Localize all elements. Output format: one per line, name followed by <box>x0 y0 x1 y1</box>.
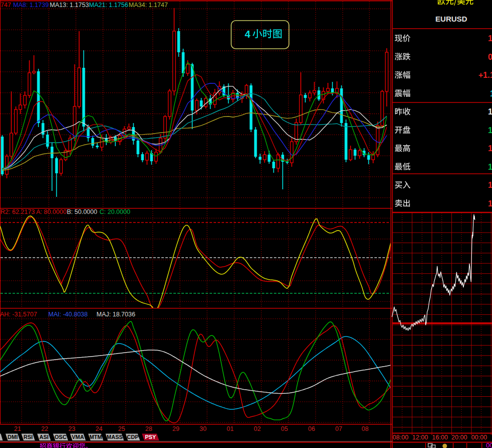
svg-text:01: 01 <box>227 425 234 432</box>
svg-text:DMI: DMI <box>8 434 18 440</box>
svg-text:MA34: 1.1747: MA34: 1.1747 <box>129 2 168 9</box>
svg-text:CDP: CDP <box>127 434 139 440</box>
svg-text:+1.1: +1.1 <box>478 71 492 79</box>
svg-text:MTM: MTM <box>89 434 102 440</box>
svg-text:OSC: OSC <box>55 434 67 440</box>
svg-text:23: 23 <box>68 425 75 432</box>
svg-text:22: 22 <box>41 425 48 432</box>
svg-text:28: 28 <box>145 425 152 432</box>
svg-text:ASI: ASI <box>39 434 48 440</box>
svg-text:07: 07 <box>335 425 342 432</box>
svg-text:MA21: 1.1756: MA21: 1.1756 <box>89 2 128 9</box>
svg-text:4: 4 <box>245 29 251 40</box>
svg-text:MA13: 1.1753: MA13: 1.1753 <box>50 2 89 9</box>
svg-text:MAI: -40.8038: MAI: -40.8038 <box>48 311 88 318</box>
svg-text:MA8: 1.1739: MA8: 1.1739 <box>13 2 49 9</box>
svg-text:B: 50.0000: B: 50.0000 <box>67 208 97 215</box>
svg-text:1: 1 <box>488 199 492 208</box>
svg-text:08:00: 08:00 <box>392 434 408 441</box>
svg-text:05: 05 <box>281 425 288 432</box>
svg-text:EURUSD: EURUSD <box>435 15 467 23</box>
svg-text:747: 747 <box>1 2 11 9</box>
svg-text:29: 29 <box>172 425 179 432</box>
svg-text:1: 1 <box>488 126 492 135</box>
svg-text:R2: 62.2173 A: 80.0000: R2: 62.2173 A: 80.0000 <box>1 208 66 215</box>
svg-text:1: 1 <box>488 107 492 116</box>
svg-text:MASS: MASS <box>107 434 123 440</box>
svg-text:30: 30 <box>200 425 207 432</box>
svg-text:C: 20.0000: C: 20.0000 <box>100 208 130 215</box>
svg-text:12:00: 12:00 <box>412 434 428 441</box>
svg-text:0: 0 <box>488 53 492 61</box>
svg-text:00:: 00: <box>486 441 492 448</box>
svg-text:1: 1 <box>488 163 492 171</box>
svg-text:1: 1 <box>488 144 492 153</box>
svg-text:1: 1 <box>488 34 492 43</box>
svg-text:00:00: 00:00 <box>471 434 487 441</box>
svg-text:21: 21 <box>14 425 21 432</box>
svg-text:VMA: VMA <box>72 434 84 440</box>
svg-text:MAJ: 18.7036: MAJ: 18.7036 <box>96 311 135 318</box>
svg-text:06: 06 <box>308 425 315 432</box>
svg-text:25: 25 <box>118 425 125 432</box>
svg-text:24: 24 <box>95 425 103 432</box>
svg-text:08: 08 <box>362 425 369 432</box>
svg-text:02: 02 <box>254 425 261 432</box>
svg-text:AH: -31.5707: AH: -31.5707 <box>0 311 37 318</box>
svg-text:20:00: 20:00 <box>451 434 467 441</box>
svg-text:1: 1 <box>488 181 492 189</box>
svg-text:PSY: PSY <box>145 434 156 440</box>
svg-text:1: 1 <box>490 89 492 98</box>
svg-text:RSI: RSI <box>24 434 33 440</box>
svg-text:16:00: 16:00 <box>432 434 448 441</box>
